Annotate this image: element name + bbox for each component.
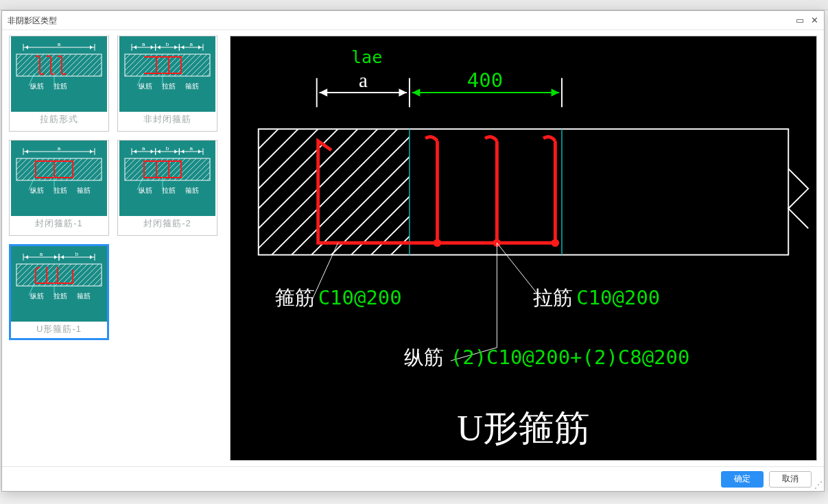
svg-text:a: a: [359, 69, 368, 91]
svg-text:400: 400: [467, 69, 503, 92]
thumb-label: 拉筋形式: [40, 112, 78, 128]
svg-line-214: [292, 129, 417, 254]
svg-line-213: [272, 129, 397, 254]
thumb-t1[interactable]: a纵筋拉筋拉筋形式: [9, 36, 109, 132]
svg-text:纵筋: 纵筋: [30, 292, 44, 300]
svg-text:拉筋: 拉筋: [54, 292, 67, 300]
svg-line-210: [230, 129, 338, 254]
thumb-label: U形箍筋-1: [36, 322, 82, 338]
svg-rect-204: [259, 129, 789, 254]
preview-panel: laea400箍筋C10@200拉筋C10@200纵筋(2)C10@200+(2…: [227, 30, 824, 466]
resize-grip-icon[interactable]: ⋰: [814, 481, 823, 490]
maximize-icon[interactable]: ▭: [796, 11, 804, 30]
svg-line-211: [232, 129, 357, 254]
dialog-nonshadow-type: 非阴影区类型 ▭ ✕ a纵筋拉筋拉筋形式aba纵筋拉筋箍筋非封闭箍筋a纵筋拉筋箍…: [1, 10, 825, 492]
svg-text:拉筋: 拉筋: [162, 82, 176, 90]
svg-line-221: [431, 129, 556, 254]
svg-text:拉筋: 拉筋: [54, 82, 67, 90]
dialog-footer: 确定 取消 ⋰: [2, 466, 824, 491]
svg-line-217: [351, 129, 477, 254]
dialog-title: 非阴影区类型: [8, 11, 57, 30]
thumb-t2[interactable]: aba纵筋拉筋箍筋非封闭箍筋: [117, 36, 217, 132]
svg-point-231: [434, 239, 442, 247]
svg-text:U形箍筋: U形箍筋: [457, 409, 590, 448]
svg-text:a: a: [142, 41, 145, 47]
svg-text:a: a: [40, 251, 43, 257]
dialog-title-bar: 非阴影区类型 ▭ ✕: [2, 11, 824, 30]
ok-button[interactable]: 确定: [721, 471, 764, 488]
svg-text:a: a: [189, 145, 193, 152]
svg-text:a: a: [58, 41, 61, 47]
svg-line-208: [230, 129, 298, 254]
svg-line-222: [451, 129, 576, 254]
svg-line-220: [411, 129, 536, 254]
svg-text:纵筋: 纵筋: [404, 346, 444, 368]
svg-line-226: [530, 129, 656, 254]
dialog-content: a纵筋拉筋拉筋形式aba纵筋拉筋箍筋非封闭箍筋a纵筋拉筋箍筋封闭箍筋-1aba纵…: [2, 30, 824, 466]
thumb-t3[interactable]: a纵筋拉筋箍筋封闭箍筋-1: [9, 140, 109, 236]
svg-line-212: [252, 129, 377, 254]
svg-line-206: [230, 129, 259, 254]
svg-text:拉筋: 拉筋: [54, 187, 67, 194]
svg-text:箍筋: 箍筋: [77, 292, 91, 300]
svg-text:b: b: [166, 41, 169, 47]
svg-text:拉筋: 拉筋: [533, 287, 573, 309]
svg-text:C10@200: C10@200: [318, 286, 402, 309]
thumb-t4[interactable]: aba纵筋拉筋箍筋封闭箍筋-2: [117, 140, 217, 236]
svg-text:a: a: [189, 41, 193, 47]
svg-text:(2)C10@200+(2)C8@200: (2)C10@200+(2)C8@200: [451, 346, 690, 369]
thumb-label: 封闭箍筋-1: [35, 216, 83, 232]
cancel-button[interactable]: 取消: [769, 471, 812, 488]
svg-text:拉筋: 拉筋: [162, 187, 176, 194]
svg-text:lae: lae: [351, 47, 382, 67]
svg-text:箍筋: 箍筋: [185, 82, 199, 90]
close-icon[interactable]: ✕: [811, 11, 818, 30]
svg-line-218: [371, 129, 497, 254]
svg-line-225: [510, 129, 636, 254]
thumb-label: 非封闭箍筋: [143, 112, 191, 128]
svg-text:a: a: [142, 145, 145, 152]
svg-text:纵筋: 纵筋: [139, 82, 152, 90]
svg-text:箍筋: 箍筋: [275, 287, 315, 309]
svg-text:纵筋: 纵筋: [139, 187, 152, 194]
svg-line-223: [471, 129, 596, 254]
svg-text:b: b: [166, 145, 169, 152]
app-ribbon-stub: [0, 0, 828, 10]
svg-text:纵筋: 纵筋: [30, 82, 44, 90]
svg-text:a: a: [58, 145, 61, 152]
thumb-t5[interactable]: ab纵筋拉筋箍筋U形箍筋-1: [9, 244, 109, 340]
thumbnail-panel: a纵筋拉筋拉筋形式aba纵筋拉筋箍筋非封闭箍筋a纵筋拉筋箍筋封闭箍筋-1aba纵…: [2, 30, 227, 466]
svg-text:箍筋: 箍筋: [77, 187, 91, 194]
svg-text:箍筋: 箍筋: [185, 187, 199, 194]
svg-text:纵筋: 纵筋: [30, 187, 44, 194]
preview-canvas: laea400箍筋C10@200拉筋C10@200纵筋(2)C10@200+(2…: [230, 36, 817, 461]
svg-point-229: [552, 239, 560, 247]
svg-text:C10@200: C10@200: [576, 286, 660, 309]
svg-line-224: [490, 129, 616, 254]
thumb-label: 封闭箍筋-2: [143, 216, 191, 232]
svg-text:b: b: [75, 251, 79, 257]
